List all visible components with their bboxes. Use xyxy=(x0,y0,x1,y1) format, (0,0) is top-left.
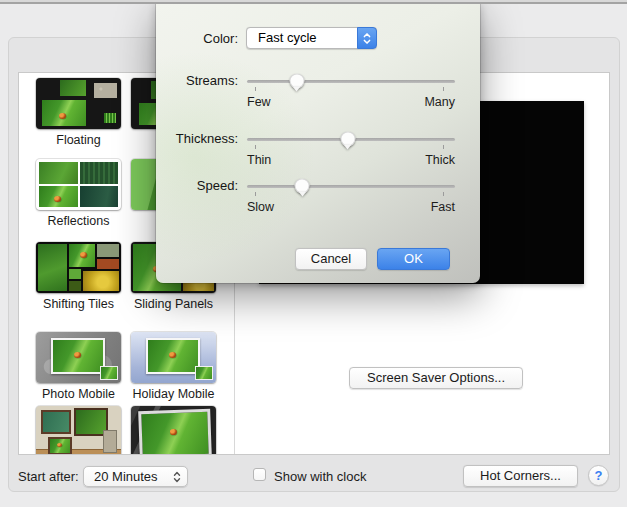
streams-min-label: Few xyxy=(247,95,271,109)
speed-slider-row: Speed: Slow Fast xyxy=(156,171,480,225)
show-with-clock-label: Show with clock xyxy=(274,469,366,484)
thumbnail-reflections[interactable] xyxy=(36,159,121,210)
popup-stepper xyxy=(357,27,377,49)
streams-slider-thumb[interactable] xyxy=(289,73,304,88)
thumbnail-gallery-partial[interactable] xyxy=(36,406,121,455)
saver-label-sliding-panels: Sliding Panels xyxy=(131,297,216,311)
saver-label-reflections: Reflections xyxy=(36,214,121,228)
floating-art xyxy=(60,80,86,96)
saver-label-photo-mobile: Photo Mobile xyxy=(36,387,121,401)
screen-saver-options-button[interactable]: Screen Saver Options... xyxy=(349,367,523,389)
flurry-options-dialog: Color: Fast cycle Streams: Few Many xyxy=(156,3,480,283)
toolbar-divider-line xyxy=(0,2,627,4)
streams-max-label: Many xyxy=(424,95,455,109)
thickness-max-label: Thick xyxy=(425,153,455,167)
desktop-screensaver-preferences-window: Floating Reflections Shifting Tiles xyxy=(0,0,627,507)
speed-slider-thumb[interactable] xyxy=(295,178,310,193)
chevron-up-down-icon xyxy=(363,32,371,45)
saver-label-holiday-mobile: Holiday Mobile xyxy=(131,387,216,401)
show-with-clock-checkbox[interactable] xyxy=(253,468,266,481)
thumbnail-holiday-mobile[interactable] xyxy=(131,332,216,383)
speed-max-label: Fast xyxy=(431,200,455,214)
help-button[interactable]: ? xyxy=(588,465,609,486)
speed-slider-track[interactable] xyxy=(247,185,455,188)
speed-label: Speed: xyxy=(156,178,238,193)
streams-label: Streams: xyxy=(156,73,238,88)
hot-corners-button[interactable]: Hot Corners... xyxy=(463,465,578,487)
thumbnail-shifting-tiles[interactable] xyxy=(36,242,121,293)
thickness-slider-thumb[interactable] xyxy=(340,131,355,146)
start-after-value: 20 Minutes xyxy=(94,467,158,486)
start-after-popup[interactable]: 20 Minutes xyxy=(83,466,188,487)
thickness-min-label: Thin xyxy=(247,153,271,167)
streams-slider-track[interactable] xyxy=(247,80,455,83)
thumbnail-framed-photo-partial[interactable] xyxy=(131,406,216,455)
thickness-slider-row: Thickness: Thin Thick xyxy=(156,124,480,178)
saver-label-floating: Floating xyxy=(36,133,121,147)
speed-min-label: Slow xyxy=(247,200,274,214)
start-after-label: Start after: xyxy=(18,469,79,484)
streams-slider-row: Streams: Few Many xyxy=(156,66,480,120)
thickness-label: Thickness: xyxy=(156,131,238,146)
color-popup-value: Fast cycle xyxy=(258,28,317,48)
ok-button[interactable]: OK xyxy=(377,248,450,270)
saver-label-shifting-tiles: Shifting Tiles xyxy=(36,297,121,311)
cancel-button[interactable]: Cancel xyxy=(295,248,367,270)
thumbnail-photo-mobile[interactable] xyxy=(36,332,121,383)
color-popup[interactable]: Fast cycle xyxy=(246,27,377,49)
color-label: Color: xyxy=(156,31,238,46)
thumbnail-floating[interactable] xyxy=(36,78,121,129)
chevron-up-down-icon xyxy=(173,471,181,483)
